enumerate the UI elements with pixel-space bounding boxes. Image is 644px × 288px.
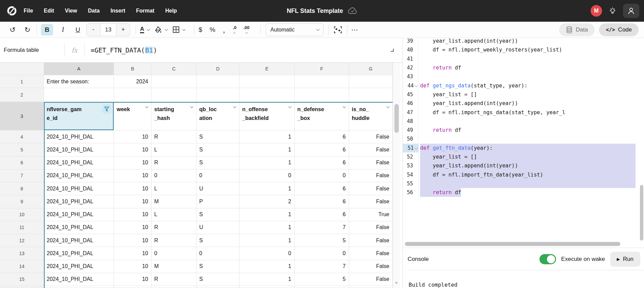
code-line-41[interactable]: 41 xyxy=(403,55,644,63)
bold-button[interactable]: B xyxy=(41,24,53,36)
cell[interactable]: 5 xyxy=(295,234,349,247)
cell[interactable]: 2024_10_PHI_DAL xyxy=(44,208,114,221)
code-horizontal-scrollbar-thumb[interactable] xyxy=(405,242,620,246)
column-sort-chevron-icon[interactable] xyxy=(190,105,193,108)
document-title[interactable]: NFL Stats Template xyxy=(287,7,343,15)
data-panel-button[interactable]: Data xyxy=(559,23,595,36)
fold-chevron-icon[interactable] xyxy=(414,83,418,87)
cell[interactable] xyxy=(239,75,295,88)
cell[interactable]: False xyxy=(349,273,393,286)
redo-button[interactable]: ↻ xyxy=(22,24,32,36)
cell[interactable]: 2024_10_PHI_DAL xyxy=(44,130,114,143)
code-line-50[interactable]: 50 xyxy=(403,135,644,143)
user-avatar[interactable]: M xyxy=(591,5,602,17)
cell[interactable]: 10 xyxy=(114,221,152,234)
cell[interactable]: 2024_10_PHI_DAL xyxy=(44,195,114,208)
filter-funnel-icon[interactable] xyxy=(102,104,111,114)
code-line-40[interactable]: 40 df = nfl.import_weekly_rosters(year_l… xyxy=(403,45,644,54)
cell[interactable]: 0 xyxy=(197,247,239,260)
sheet-vertical-scrollbar[interactable]: ▼ xyxy=(393,63,400,288)
cell[interactable] xyxy=(152,75,197,88)
code-line-51[interactable]: 51def get_ftn_data(year): xyxy=(403,144,644,152)
cell[interactable]: 10 xyxy=(114,130,152,143)
account-button[interactable] xyxy=(623,4,639,18)
app-logo-icon[interactable] xyxy=(6,5,18,17)
cell[interactable]: 6 xyxy=(295,130,349,143)
cell[interactable]: P xyxy=(197,195,239,208)
cell[interactable]: S xyxy=(197,234,239,247)
menu-item-edit[interactable]: Edit xyxy=(44,8,54,14)
cell[interactable]: R xyxy=(152,221,197,234)
cell[interactable]: S xyxy=(197,157,239,169)
table-header-n_offense_backfield[interactable]: n_offense_backfield xyxy=(239,102,295,130)
cell[interactable]: U xyxy=(197,221,239,234)
table-header-is_no_huddle[interactable]: is_no_huddle xyxy=(349,102,393,130)
menu-item-help[interactable]: Help xyxy=(165,8,177,14)
cell[interactable]: 7 xyxy=(295,221,349,234)
name-box[interactable]: Formula table xyxy=(0,47,64,54)
cell[interactable] xyxy=(197,286,239,288)
scroll-down-arrow-icon[interactable]: ▼ xyxy=(394,281,398,285)
table-header-nflverse_game_id[interactable]: nflverse_game_id xyxy=(44,102,114,130)
row-header-15[interactable]: 15 xyxy=(0,273,44,286)
column-sort-chevron-icon[interactable] xyxy=(343,105,346,108)
table-header-qb_location[interactable]: qb_location xyxy=(197,102,239,130)
cell[interactable]: 1 xyxy=(239,273,295,286)
cell[interactable] xyxy=(295,286,349,288)
code-line-43[interactable]: 43 xyxy=(403,72,644,81)
cell[interactable]: False xyxy=(349,143,393,156)
cell[interactable] xyxy=(295,88,349,102)
cell[interactable]: S xyxy=(197,208,239,221)
cell[interactable]: S xyxy=(197,143,239,156)
cell[interactable] xyxy=(44,88,114,102)
cell[interactable]: L xyxy=(152,143,197,156)
cell[interactable]: False xyxy=(349,234,393,247)
cell[interactable]: 2024_10_PHI_DAL xyxy=(44,169,114,182)
cell[interactable]: False xyxy=(349,221,393,234)
cell[interactable]: False xyxy=(349,260,393,273)
cell[interactable]: 1 xyxy=(239,143,295,156)
menu-item-format[interactable]: Format xyxy=(136,8,154,14)
cell[interactable]: False xyxy=(349,247,393,260)
cell[interactable] xyxy=(114,286,152,288)
cell[interactable]: 10 xyxy=(114,247,152,260)
column-sort-chevron-icon[interactable] xyxy=(233,105,236,108)
cell[interactable]: 10 xyxy=(114,143,152,156)
code-line-45[interactable]: 45 year_list = [] xyxy=(403,90,644,99)
more-options-button[interactable]: ⋯ xyxy=(351,26,359,34)
column-header-E[interactable]: E xyxy=(239,63,295,75)
cell[interactable] xyxy=(349,75,393,88)
feedback-bulb-icon[interactable] xyxy=(608,6,617,16)
column-header-B[interactable]: B xyxy=(114,63,152,75)
cell[interactable]: 10 xyxy=(114,157,152,169)
table-header-week[interactable]: week xyxy=(114,102,152,130)
row-header-1[interactable]: 1 xyxy=(0,75,44,88)
cell[interactable] xyxy=(152,88,197,102)
column-sort-chevron-icon[interactable] xyxy=(145,105,148,108)
row-header-9[interactable]: 9 xyxy=(0,195,44,208)
formula-input[interactable]: =GET_FTN_DATA(B1) xyxy=(91,46,157,54)
cell[interactable]: 1 xyxy=(239,234,295,247)
percent-format-button[interactable]: % xyxy=(210,26,215,34)
cell[interactable]: S xyxy=(197,273,239,286)
code-line-46[interactable]: 46 year_list.append(int(year)) xyxy=(403,99,644,108)
code-line-47[interactable]: 47 df = nfl.import_ngs_data(stat_type, y… xyxy=(403,108,644,117)
cell[interactable]: 10 xyxy=(114,234,152,247)
table-header-n_defense_box[interactable]: n_defense_box xyxy=(295,102,349,130)
row-header-8[interactable]: 8 xyxy=(0,182,44,195)
cell-A1[interactable]: Enter the season: xyxy=(44,75,114,88)
cell[interactable]: 2 xyxy=(239,195,295,208)
cell[interactable]: 0 xyxy=(239,169,295,182)
cell[interactable]: 2024_10_PHI_DAL xyxy=(44,143,114,156)
cell[interactable]: 1 xyxy=(239,182,295,195)
row-header-3[interactable]: 3 xyxy=(0,102,44,130)
code-line-53[interactable]: 53 year_list.append(int(year)) xyxy=(403,161,644,170)
cell[interactable]: False xyxy=(349,182,393,195)
cell[interactable]: 2024_10_PHI_DAL xyxy=(44,182,114,195)
menu-item-data[interactable]: Data xyxy=(88,8,100,14)
cell[interactable] xyxy=(197,75,239,88)
cell[interactable]: False xyxy=(349,169,393,182)
code-line-49[interactable]: 49 return df xyxy=(403,126,644,135)
cell[interactable] xyxy=(239,88,295,102)
cell[interactable] xyxy=(152,286,197,288)
